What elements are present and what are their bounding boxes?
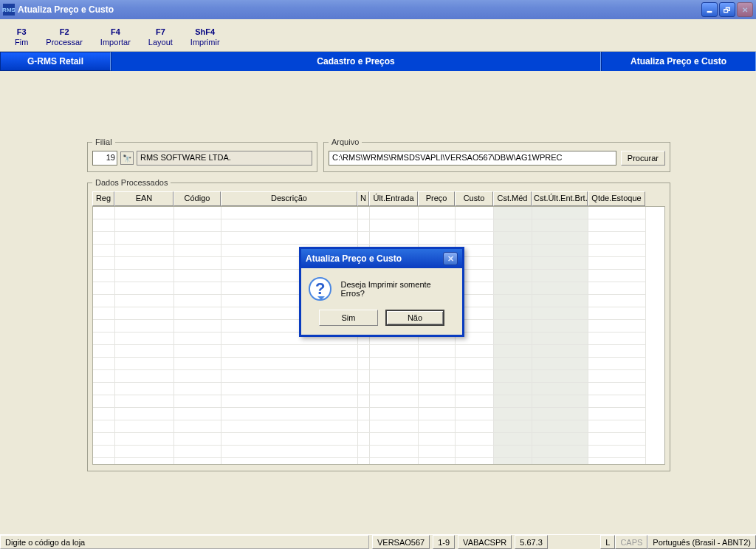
fkey-key: F7	[156, 27, 165, 36]
breadcrumb-app: G-RMS Retail	[0, 52, 111, 71]
close-icon: ✕	[447, 254, 454, 264]
table-row[interactable]	[93, 232, 664, 245]
dialog-no-button[interactable]: Não	[385, 310, 444, 326]
col-cstmed-header[interactable]: Cst.Méd	[493, 191, 532, 206]
table-row[interactable]	[93, 458, 664, 465]
fkey-key: ShF4	[195, 27, 215, 36]
col-ult-header[interactable]: Últ.Entrada	[369, 191, 418, 206]
table-row[interactable]	[93, 383, 664, 395]
dialog-title: Atualiza Preço e Custo	[306, 253, 402, 264]
arquivo-groupbox: Arquivo C:\RMS\WRMS\RMSDSVAPLI\VERSAO567…	[323, 137, 670, 172]
table-row[interactable]	[93, 358, 664, 370]
fkey-key: F3	[17, 27, 27, 36]
app-icon: RMS	[3, 4, 15, 16]
status-program: VABACSPR	[458, 535, 512, 549]
procurar-button[interactable]: Procurar	[621, 151, 665, 166]
status-build: 5.67.3	[515, 535, 548, 549]
confirm-dialog: Atualiza Preço e Custo ✕ ? Deseja Imprim…	[299, 247, 464, 337]
col-reg-header[interactable]: Reg	[92, 191, 114, 206]
fkey-label: Importar	[100, 38, 131, 47]
table-row[interactable]	[93, 207, 664, 219]
status-version: VERSAO567	[372, 535, 430, 549]
window-title: Atualiza Preço e Custo	[18, 4, 700, 15]
dialog-message: Deseja Imprimir somente Erros?	[340, 280, 455, 298]
window-titlebar: RMS Atualiza Preço e Custo 🗕 🗗 ✕	[0, 0, 756, 19]
dialog-close-button[interactable]: ✕	[443, 252, 458, 265]
fkey-fim[interactable]: F3 Fim	[6, 22, 37, 51]
col-qtde-header[interactable]: Qtde.Estoque	[588, 191, 645, 206]
status-keyboard[interactable]: Português (Brasil - ABNT2)	[647, 535, 756, 549]
filial-code-input[interactable]: 19	[92, 151, 117, 166]
status-hint: Digite o código da loja	[0, 535, 369, 549]
grid-header-row: Reg EAN Código Descrição N Últ.Entrada P…	[92, 191, 665, 206]
binoculars-icon: 🔭	[123, 154, 131, 163]
dados-legend: Dados Processados	[92, 178, 171, 187]
question-icon: ?	[309, 277, 331, 301]
dialog-yes-button[interactable]: Sim	[319, 310, 378, 326]
fkey-importar[interactable]: F4 Importar	[92, 22, 140, 51]
status-caps: CAPS	[615, 535, 647, 549]
fkey-imprimir[interactable]: ShF4 Imprimir	[182, 22, 229, 51]
breadcrumb-screen: Atualiza Preço e Custo	[601, 52, 756, 71]
breadcrumb-band: G-RMS Retail Cadastro e Preços Atualiza …	[0, 52, 756, 71]
table-row[interactable]	[93, 219, 664, 232]
dialog-titlebar[interactable]: Atualiza Preço e Custo ✕	[301, 249, 462, 268]
table-row[interactable]	[93, 446, 664, 458]
fkey-label: Fim	[15, 38, 28, 47]
col-custo-header[interactable]: Custo	[455, 191, 493, 206]
fkey-layout[interactable]: F7 Layout	[140, 22, 182, 51]
fkey-key: F2	[60, 27, 69, 36]
minimize-button[interactable]: 🗕	[701, 2, 718, 17]
arquivo-path-input[interactable]: C:\RMS\WRMS\RMSDSVAPLI\VERSAO567\DBW\AG1…	[329, 151, 616, 166]
col-preco-header[interactable]: Preço	[418, 191, 455, 206]
col-n-header[interactable]: N	[357, 191, 369, 206]
col-ean-header[interactable]: EAN	[114, 191, 173, 206]
fkey-label: Imprimir	[190, 38, 220, 47]
table-row[interactable]	[93, 420, 664, 433]
status-flag: L	[600, 535, 615, 549]
filial-legend: Filial	[92, 137, 115, 146]
table-row[interactable]	[93, 370, 664, 383]
table-row[interactable]	[93, 433, 664, 446]
table-row[interactable]	[93, 395, 664, 408]
arquivo-legend: Arquivo	[329, 137, 362, 146]
restore-button[interactable]: 🗗	[719, 2, 735, 17]
fkey-processar[interactable]: F2 Processar	[37, 22, 92, 51]
breadcrumb-module: Cadastro e Preços	[111, 52, 601, 71]
status-bar: Digite o código da loja VERSAO567 1-9 VA…	[0, 534, 756, 549]
filial-lookup-button[interactable]: 🔭	[120, 151, 134, 165]
table-row[interactable]	[93, 408, 664, 420]
fkey-label: Processar	[46, 38, 83, 47]
fkey-label: Layout	[148, 38, 173, 47]
function-key-toolbar: F3 Fim F2 Processar F4 Importar F7 Layou…	[0, 19, 756, 52]
filial-groupbox: Filial 19 🔭 RMS SOFTWARE LTDA.	[87, 137, 317, 172]
table-row[interactable]	[93, 345, 664, 358]
col-cstult-header[interactable]: Cst.Últ.Ent.Brt.	[532, 191, 588, 206]
status-pages: 1-9	[433, 535, 455, 549]
filial-name-display: RMS SOFTWARE LTDA.	[137, 151, 312, 166]
fkey-key: F4	[111, 27, 120, 36]
close-button[interactable]: ✕	[737, 2, 753, 17]
col-cod-header[interactable]: Código	[173, 191, 221, 206]
col-desc-header[interactable]: Descrição	[221, 191, 357, 206]
